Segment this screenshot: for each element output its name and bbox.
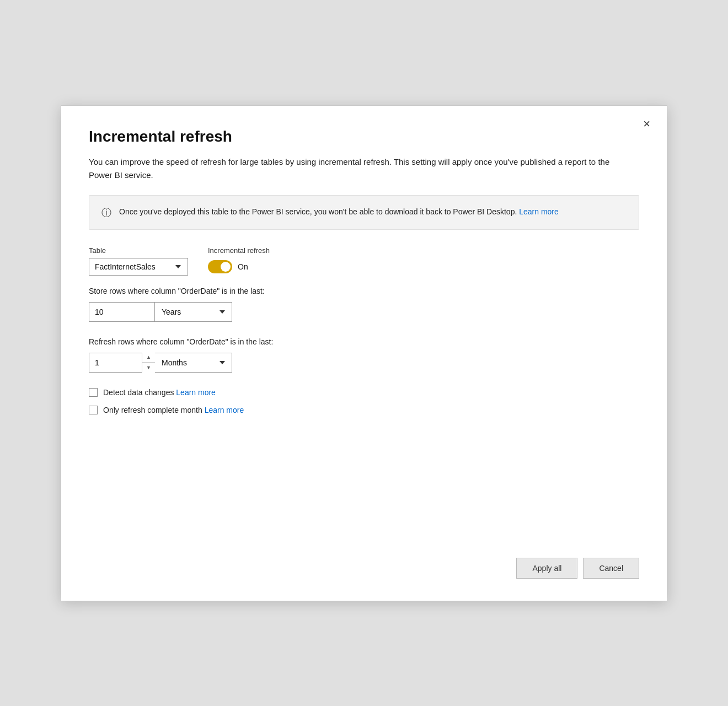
info-learn-more-link[interactable]: Learn more — [519, 207, 559, 216]
toggle-row: On — [208, 260, 270, 273]
detect-changes-label: Detect data changes Learn more — [103, 388, 216, 397]
checkboxes-section: Detect data changes Learn more Only refr… — [89, 388, 639, 414]
spinner-up-button[interactable]: ▲ — [142, 353, 155, 363]
dialog-description: You can improve the speed of refresh for… — [89, 155, 618, 182]
incremental-refresh-dialog: × Incremental refresh You can improve th… — [61, 105, 667, 601]
refresh-rows-section: Refresh rows where column "OrderDate" is… — [89, 337, 639, 373]
spinner-wrapper: ▲ ▼ — [89, 353, 155, 373]
table-select[interactable]: FactInternetSales — [89, 258, 188, 276]
dialog-title: Incremental refresh — [89, 128, 639, 145]
refresh-rows-label: Refresh rows where column "OrderDate" is… — [89, 337, 639, 346]
complete-month-label: Only refresh complete month Learn more — [103, 406, 244, 414]
spinner-buttons: ▲ ▼ — [142, 353, 155, 373]
store-rows-number-input[interactable] — [89, 302, 155, 322]
store-rows-input-group: Years Months Days — [89, 302, 639, 322]
store-rows-label: Store rows where column "OrderDate" is i… — [89, 287, 639, 295]
spinner-down-button[interactable]: ▼ — [142, 363, 155, 373]
incremental-refresh-label: Incremental refresh — [208, 246, 270, 255]
close-button[interactable]: × — [639, 116, 655, 132]
detect-changes-checkbox[interactable] — [89, 388, 98, 397]
complete-month-row: Only refresh complete month Learn more — [89, 406, 639, 414]
dialog-footer: Apply all Cancel — [89, 545, 639, 579]
incremental-refresh-toggle[interactable] — [208, 260, 232, 273]
store-rows-unit-select[interactable]: Years Months Days — [155, 302, 232, 322]
info-icon: ⓘ — [101, 206, 111, 219]
complete-month-checkbox[interactable] — [89, 406, 98, 414]
detect-changes-learn-more-link[interactable]: Learn more — [176, 388, 216, 397]
refresh-rows-input-group: ▲ ▼ Months Days Years — [89, 353, 639, 373]
table-label: Table — [89, 246, 188, 255]
incremental-refresh-toggle-group: Incremental refresh On — [208, 246, 270, 273]
info-box: ⓘ Once you've deployed this table to the… — [89, 195, 639, 230]
apply-all-button[interactable]: Apply all — [516, 558, 577, 579]
detect-changes-row: Detect data changes Learn more — [89, 388, 639, 397]
toggle-state-label: On — [238, 262, 248, 271]
table-toggle-row: Table FactInternetSales Incremental refr… — [89, 246, 639, 276]
table-group: Table FactInternetSales — [89, 246, 188, 276]
cancel-button[interactable]: Cancel — [583, 558, 639, 579]
refresh-rows-unit-select[interactable]: Months Days Years — [155, 353, 232, 373]
store-rows-section: Store rows where column "OrderDate" is i… — [89, 287, 639, 322]
complete-month-learn-more-link[interactable]: Learn more — [205, 406, 244, 414]
info-box-text: Once you've deployed this table to the P… — [119, 206, 559, 218]
